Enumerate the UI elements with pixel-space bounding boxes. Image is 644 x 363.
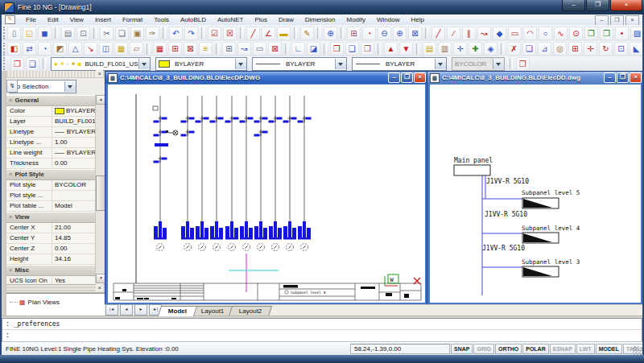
grid-style-d-icon[interactable]: ≡ xyxy=(199,42,213,56)
menu-item[interactable]: File xyxy=(20,16,42,23)
triangle-tool-icon[interactable]: △ xyxy=(68,42,82,56)
paste-icon[interactable]: ▣ xyxy=(130,27,144,40)
selection-dropdown[interactable]: No Selection xyxy=(9,80,76,93)
drawing-canvas-elecdp[interactable]: Subpanel level 4 W xyxy=(108,85,425,303)
mirror-3d-icon[interactable]: ◣ xyxy=(630,42,642,56)
tab-model[interactable]: Model xyxy=(158,306,197,316)
close-button[interactable]: × xyxy=(610,0,642,11)
property-row[interactable]: Color BYLAYER xyxy=(6,106,96,117)
maximize-button[interactable]: ❐ xyxy=(586,0,609,11)
open-icon[interactable]: ◱ xyxy=(23,27,36,40)
property-row[interactable]: Line weight BYLAYER xyxy=(6,148,96,159)
section-header-view[interactable]: «View xyxy=(6,212,96,223)
menu-item[interactable]: Plus xyxy=(249,16,273,23)
array-icon[interactable]: ⊞ xyxy=(568,42,582,56)
menu-item[interactable]: Help xyxy=(405,16,429,23)
copy-icon[interactable]: ❏ xyxy=(115,27,129,40)
add-tool-icon[interactable]: ✚ xyxy=(469,42,482,56)
jog-icon[interactable]: ↝ xyxy=(237,42,251,56)
redo-icon[interactable]: ↷ xyxy=(184,27,198,40)
ellipse-icon[interactable]: ⊙ xyxy=(569,27,583,40)
tab-next-button[interactable]: ► xyxy=(134,304,147,316)
nested-copy-icon[interactable]: ❐ xyxy=(361,42,374,56)
ucs-icon[interactable]: ∟ xyxy=(291,42,305,56)
toolbar-grip[interactable] xyxy=(3,57,8,70)
drawing-canvas-elecdd[interactable]: Main panel J1VV-R 5G10 Subpanel level 5 … xyxy=(430,85,641,303)
layers-manager-icon[interactable]: ❐ xyxy=(10,57,24,71)
property-row[interactable]: Thickness 0.00 xyxy=(6,159,96,169)
insert-block-icon[interactable]: ❒ xyxy=(584,27,598,40)
toggle-lwt[interactable]: LWT xyxy=(576,344,595,354)
document-icon[interactable]: ✎ xyxy=(5,15,15,24)
markup-edit-icon[interactable]: ☒ xyxy=(223,27,237,40)
color-dropdown[interactable]: BYLAYER xyxy=(155,57,247,71)
zoom-realtime-icon[interactable]: ⊕ xyxy=(324,27,337,40)
tab-first-button[interactable]: |◄ xyxy=(105,304,118,316)
tree-item-plan-views[interactable]: ▦ Plan Views xyxy=(6,297,105,307)
new-icon[interactable]: ▯ xyxy=(7,27,21,40)
zoom-out-icon[interactable]: ⊖ xyxy=(378,27,391,40)
sketch-pencil-icon[interactable]: ✎ xyxy=(300,27,314,40)
viewport-icon[interactable]: ◫ xyxy=(99,42,113,56)
collapse-icon[interactable]: « xyxy=(9,171,12,178)
menu-item[interactable]: Insert xyxy=(89,16,117,23)
lineweight-icon[interactable]: ▬ xyxy=(277,27,291,40)
edit-attribute-icon[interactable]: ◧ xyxy=(7,42,21,56)
print-preview-icon[interactable]: ⊡ xyxy=(76,27,90,40)
chevron-down-icon[interactable] xyxy=(235,59,246,69)
erase-icon[interactable]: ✗ xyxy=(507,42,521,56)
child-title-bar[interactable]: ≣ C:\4M\CALC\8_3_BUILDING.BLD\ElecDP.DWG… xyxy=(105,72,427,84)
duplicate-icon[interactable]: ❑ xyxy=(345,42,359,56)
layer-explorer-icon[interactable]: ❑ xyxy=(26,57,39,71)
menu-item[interactable]: AutoBLD xyxy=(175,16,212,23)
circle-icon[interactable]: ○ xyxy=(539,27,552,40)
polygon-icon[interactable]: ◆ xyxy=(493,27,506,40)
riser-diagram[interactable]: Main panel J1VV-R 5G10 Subpanel level 5 … xyxy=(430,85,640,303)
child-minimize-button[interactable]: – xyxy=(388,72,400,83)
layer-on-icon[interactable]: ● xyxy=(54,60,58,68)
toggle-esnap[interactable]: ESNAP xyxy=(550,344,576,354)
match-layer-icon[interactable]: ⇄ xyxy=(23,42,36,56)
child-title-bar[interactable]: ≣ C:\4M\CALC\8_3_BUILDING.BLD\ElecDD.dwg… xyxy=(427,72,643,84)
property-row[interactable]: Center X 21.00 xyxy=(6,223,96,233)
offset-icon[interactable]: ◎ xyxy=(553,42,567,56)
rectangle-tool-icon[interactable]: ▭ xyxy=(253,42,266,56)
plan-views-close-icon[interactable]: × xyxy=(96,284,103,291)
print-icon[interactable]: ▤ xyxy=(61,27,75,40)
convert-icon[interactable]: ◩ xyxy=(53,42,67,56)
gem-tool-icon[interactable]: ◈ xyxy=(484,42,497,56)
flatten-icon[interactable]: ▱ xyxy=(130,42,143,56)
move-down-icon[interactable]: ▼ xyxy=(399,42,413,56)
collapse-icon[interactable]: « xyxy=(9,213,12,221)
zoom-dynamic-icon[interactable]: ◔ xyxy=(362,27,376,40)
menu-item[interactable]: View xyxy=(64,16,89,23)
spline-icon[interactable]: ∿ xyxy=(554,27,568,40)
menu-item[interactable]: Dimension xyxy=(299,16,341,23)
mirror-icon[interactable]: ⊿ xyxy=(538,42,551,56)
section-header-general[interactable]: «General xyxy=(6,95,96,106)
scale-icon[interactable]: ⊡ xyxy=(614,42,628,56)
ucs-dialog-icon[interactable]: ◪ xyxy=(307,42,320,56)
child-restore-button[interactable]: ❐ xyxy=(401,72,413,83)
menu-item[interactable]: Tools xyxy=(148,16,175,23)
layers-stack-icon[interactable]: ▥ xyxy=(438,42,452,56)
grid-style-c-icon[interactable]: ⊠ xyxy=(184,42,197,56)
save-icon[interactable]: ◼ xyxy=(38,27,52,40)
zoom-in-icon[interactable]: ⊕ xyxy=(393,27,407,40)
menu-item[interactable]: Edit xyxy=(42,16,64,23)
property-row[interactable]: Center Z 0.00 xyxy=(6,244,96,254)
collapse-icon[interactable]: « xyxy=(9,97,12,104)
cut-icon[interactable]: ✂ xyxy=(100,27,114,40)
redline-icon[interactable]: ╱ xyxy=(246,27,260,40)
chevron-down-icon[interactable] xyxy=(138,59,150,69)
rotate-icon[interactable]: ↻ xyxy=(599,42,613,56)
snap-tool-icon[interactable]: ✛ xyxy=(453,42,467,56)
property-row[interactable]: Center Y 14.85 xyxy=(6,233,96,244)
arc-icon[interactable]: ◠ xyxy=(523,27,537,40)
section-header-misc[interactable]: «Misc xyxy=(6,265,96,276)
layer-viewport-icon[interactable]: ▫ xyxy=(67,60,69,68)
move-icon[interactable]: ✛ xyxy=(584,42,597,56)
copy-clip-icon[interactable]: ❒ xyxy=(330,42,344,56)
hatch-icon[interactable]: ▨ xyxy=(630,27,642,40)
menu-item[interactable]: Format xyxy=(117,16,148,23)
